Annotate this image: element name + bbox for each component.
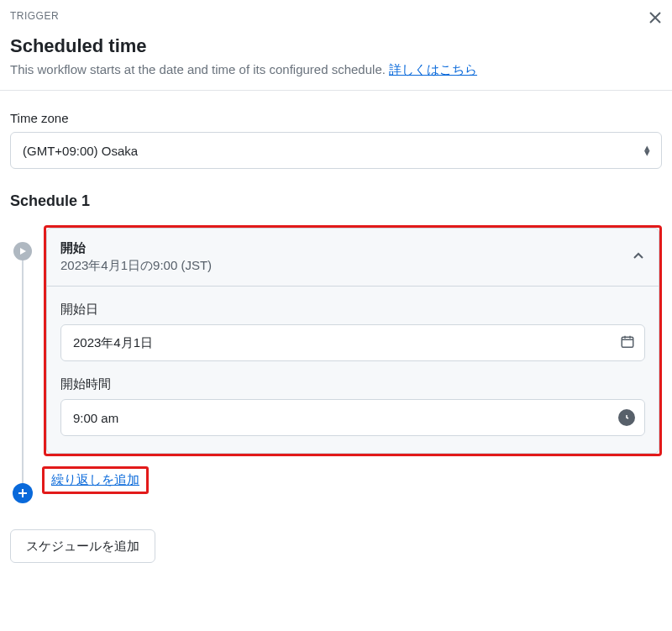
- start-time-value: 9:00 am: [73, 411, 118, 425]
- start-time-label: 開始時間: [60, 376, 645, 392]
- calendar-icon[interactable]: [620, 334, 635, 352]
- page-title: Scheduled time: [10, 35, 662, 57]
- close-icon[interactable]: [648, 10, 662, 27]
- add-schedule-button[interactable]: スケジュールを追加: [10, 529, 155, 563]
- highlight-box-repeat: 繰り返しを追加: [42, 466, 149, 494]
- chevron-up-icon: [632, 250, 645, 266]
- schedule-card-header[interactable]: 開始 2023年4月1日の9:00 (JST): [47, 229, 659, 286]
- clock-icon[interactable]: [618, 409, 635, 426]
- schedule-heading: Schedule 1: [10, 192, 662, 210]
- add-repeat-link[interactable]: 繰り返しを追加: [51, 472, 139, 486]
- plus-icon[interactable]: [13, 483, 33, 503]
- add-schedule-label: スケジュールを追加: [26, 539, 139, 555]
- start-time-input[interactable]: 9:00 am: [60, 399, 645, 436]
- start-label: 開始: [60, 240, 212, 256]
- page-subtitle: This workflow starts at the date and tim…: [10, 62, 662, 78]
- play-icon: [13, 242, 32, 260]
- timezone-label: Time zone: [10, 111, 662, 125]
- highlight-box-schedule: 開始 2023年4月1日の9:00 (JST) 開始日: [44, 225, 662, 456]
- select-caret-icon: ▴▾: [644, 145, 650, 155]
- start-date-label: 開始日: [60, 302, 645, 318]
- start-date-value: 2023年4月1日: [73, 335, 153, 351]
- schedule-card: 開始 2023年4月1日の9:00 (JST) 開始日: [46, 228, 659, 454]
- timezone-value: (GMT+09:00) Osaka: [23, 144, 138, 158]
- svg-rect-0: [622, 337, 633, 347]
- panel-eyebrow: TRIGGER: [10, 10, 59, 22]
- timezone-select[interactable]: (GMT+09:00) Osaka: [10, 132, 662, 169]
- start-date-input[interactable]: 2023年4月1日: [60, 324, 645, 361]
- divider: [0, 90, 672, 91]
- start-summary: 2023年4月1日の9:00 (JST): [60, 258, 212, 274]
- timeline-line: [22, 245, 24, 502]
- learn-more-link[interactable]: 詳しくはこちら: [389, 62, 477, 76]
- subtitle-text: This workflow starts at the date and tim…: [10, 62, 389, 76]
